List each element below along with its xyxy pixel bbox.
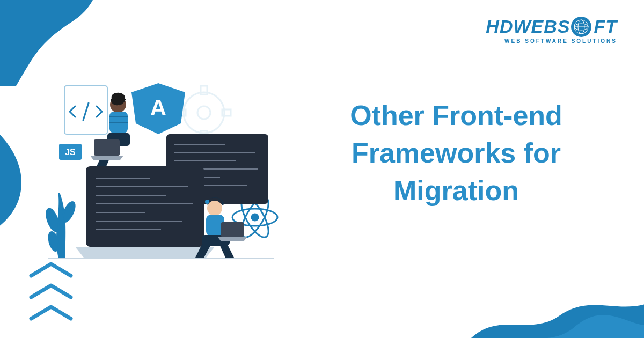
decor-chevrons <box>27 260 75 322</box>
js-badge-icon: JS <box>59 144 82 160</box>
gear-icon <box>177 86 231 139</box>
plant-icon <box>44 193 77 258</box>
globe-icon <box>571 17 591 37</box>
brand-tagline: WEB SOFTWARE SOLUTIONS <box>486 38 617 44</box>
brand-name-part1: HDWEBS <box>486 16 570 37</box>
svg-point-45 <box>205 200 209 204</box>
svg-point-4 <box>184 92 224 133</box>
svg-point-19 <box>252 214 258 221</box>
chevron-up-icon <box>27 281 75 300</box>
hero-illustration: JS A <box>43 80 279 268</box>
svg-rect-43 <box>94 139 120 156</box>
svg-rect-48 <box>221 222 244 237</box>
svg-point-5 <box>197 106 210 119</box>
code-laptop-front <box>75 166 215 258</box>
brand-name-part2: FT <box>594 16 617 37</box>
decor-blob-top-left <box>0 0 123 86</box>
angular-shield-icon: A <box>131 83 185 134</box>
headline-text: Other Front-end Frameworks for Migration <box>301 97 612 210</box>
chevron-up-icon <box>27 303 75 322</box>
brand-logo: HDWEBS FT WEB SOFTWARE SOLUTIONS <box>486 16 617 44</box>
svg-point-44 <box>207 201 222 216</box>
code-page-icon <box>64 86 107 134</box>
svg-text:JS: JS <box>65 148 76 157</box>
decor-blob-left <box>0 107 32 247</box>
decor-wave-bottom-right <box>462 241 644 338</box>
svg-text:A: A <box>150 95 166 120</box>
